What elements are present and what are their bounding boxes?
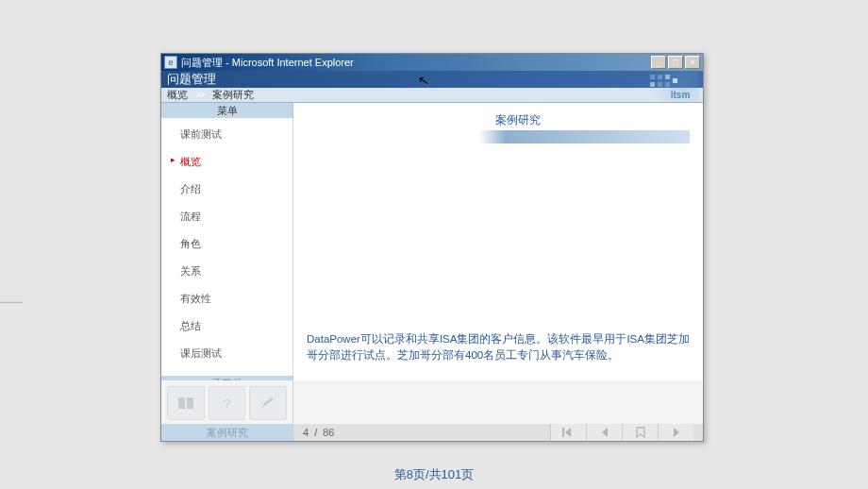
nav-bookmark-button[interactable] <box>622 424 658 441</box>
sidebar-item-role[interactable]: 角色 <box>161 233 292 255</box>
app-title: 问题管理 <box>167 71 216 88</box>
page-current: 4 <box>303 427 309 438</box>
footer-page-text: 第8页/共101页 <box>0 466 868 483</box>
breadcrumb-root[interactable]: 概览 <box>167 88 188 102</box>
sidebar-item-pretest[interactable]: 课前测试 <box>161 124 292 145</box>
sidebar-item-intro[interactable]: 介绍 <box>161 178 292 200</box>
nav-next-button[interactable] <box>658 424 693 441</box>
maximize-button[interactable]: □ <box>668 56 683 69</box>
sidebar-item-process[interactable]: 流程 <box>161 206 292 228</box>
window-title: 问题管理 - Microsoft Internet Explorer <box>181 56 651 70</box>
bookmark-icon <box>636 427 645 438</box>
book-icon <box>177 396 194 410</box>
brand-text: itsm <box>671 90 691 100</box>
page-total: 86 <box>323 427 334 438</box>
section-label: 案例研究 <box>161 424 292 441</box>
status-row: 4 / 86 <box>293 380 703 441</box>
next-icon <box>672 428 681 437</box>
page-sep: / <box>314 427 317 438</box>
sidebar-item-summary[interactable]: 总结 <box>161 315 292 337</box>
tool-book-button[interactable] <box>167 386 205 420</box>
nav-prev-button[interactable] <box>586 424 622 441</box>
menu-header: 菜单 <box>161 103 293 118</box>
content-area: 案例研究 DataPower可以记录和共享ISA集团的客户信息。该软件最早用于I… <box>293 103 703 380</box>
first-icon <box>562 428 576 437</box>
breadcrumb-current: 案例研究 <box>212 88 254 102</box>
tool-block: ? 案例研究 <box>161 380 293 441</box>
nav-first-button[interactable] <box>550 424 586 441</box>
svg-text:?: ? <box>224 396 230 410</box>
sidebar-item-overview[interactable]: 概览 <box>161 151 292 173</box>
help-icon: ? <box>221 396 234 410</box>
tool-pencil-button[interactable] <box>249 386 287 420</box>
menu-list: 课前测试 概览 介绍 流程 角色 关系 有效性 总结 课后测试 <box>161 118 293 376</box>
sidebar-item-posttest[interactable]: 课后测试 <box>161 343 292 364</box>
content-title-underline <box>307 130 690 143</box>
content-title: 案例研究 <box>307 112 690 128</box>
close-button[interactable]: × <box>685 56 700 69</box>
sidebar: 菜单 课前测试 概览 介绍 流程 角色 关系 有效性 总结 课后测试 子菜单 <box>161 103 293 380</box>
brand-logo: itsm <box>643 71 699 103</box>
sidebar-item-effective[interactable]: 有效性 <box>161 288 292 310</box>
nav-buttons <box>550 424 693 441</box>
content-title-row: 案例研究 <box>307 112 690 143</box>
breadcrumb-separator: >> <box>195 90 205 100</box>
app-icon: e <box>164 56 177 69</box>
tool-help-button[interactable]: ? <box>209 386 246 420</box>
content-body: DataPower可以记录和共享ISA集团的客户信息。该软件最早用于ISA集团芝… <box>307 331 690 364</box>
minimize-button[interactable]: _ <box>651 56 666 69</box>
decor-line <box>0 302 23 303</box>
pencil-icon <box>260 396 275 410</box>
body-area: 菜单 课前测试 概览 介绍 流程 角色 关系 有效性 总结 课后测试 子菜单 案… <box>161 103 703 380</box>
bottom-bar: ? 案例研究 4 / 86 <box>161 380 703 441</box>
prev-icon <box>600 428 609 437</box>
sidebar-item-relation[interactable]: 关系 <box>161 261 292 282</box>
app-header: 问题管理 <box>161 71 703 88</box>
page-counter: 4 / 86 <box>303 427 334 438</box>
app-window: e 问题管理 - Microsoft Internet Explorer _ □… <box>160 53 704 442</box>
status-bar: 4 / 86 <box>293 424 703 441</box>
titlebar: e 问题管理 - Microsoft Internet Explorer _ □… <box>161 54 703 71</box>
breadcrumb: 概览 >> 案例研究 itsm <box>161 88 703 103</box>
